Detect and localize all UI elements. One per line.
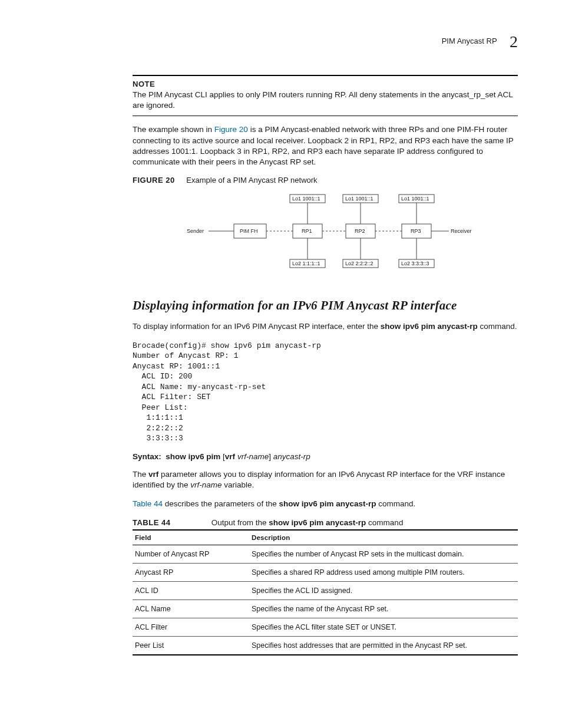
figure-caption: Example of a PIM Anycast RP network: [186, 176, 317, 185]
th-field: Field: [133, 530, 249, 545]
display-paragraph: To display information for an IPv6 PIM A…: [133, 321, 518, 332]
table-row: ACL IDSpecifies the ACL ID assigned.: [133, 581, 518, 599]
table-ref-paragraph: Table 44 describes the parameters of the…: [133, 499, 518, 509]
svg-text:Receiver: Receiver: [451, 228, 472, 234]
table-label: TABLE 44: [133, 518, 209, 527]
table-xref[interactable]: Table 44: [133, 499, 163, 508]
table-row: Number of Anycast RPSpecifies the number…: [133, 545, 518, 563]
note-label: NOTE: [133, 80, 518, 88]
th-description: Description: [249, 530, 518, 545]
syntax-line: Syntax: show ipv6 pim [vrf vrf-name] any…: [133, 452, 518, 461]
network-diagram: .lab { font: 9px Arial; fill:#222; } .la…: [178, 192, 472, 280]
vrf-paragraph: The vrf parameter allows you to display …: [133, 469, 518, 490]
svg-text:Lo1 1001::1: Lo1 1001::1: [401, 196, 429, 202]
note-body: The PIM Anycast CLI applies to only PIM …: [133, 90, 518, 111]
figure-xref[interactable]: Figure 20: [214, 125, 248, 134]
svg-text:Lo2 2:2:2::2: Lo2 2:2:2::2: [345, 261, 373, 266]
section-heading: Displaying information for an IPv6 PIM A…: [133, 298, 518, 313]
figure-label: FIGURE 20: [133, 176, 175, 185]
table-row: Anycast RPSpecifies a shared RP address …: [133, 563, 518, 581]
table-row: ACL FilterSpecifies the ACL filter state…: [133, 618, 518, 636]
running-header: PIM Anycast RP 2: [133, 32, 518, 51]
svg-text:RP3: RP3: [411, 228, 421, 234]
cli-output: Brocade(config)# show ipv6 pim anycast-r…: [133, 341, 518, 444]
table-caption-line: TABLE 44 Output from the show ipv6 pim a…: [133, 518, 518, 527]
svg-text:Lo1 1001::1: Lo1 1001::1: [292, 196, 320, 202]
svg-text:Lo1 1001::1: Lo1 1001::1: [345, 196, 373, 202]
note-rule-top: [133, 75, 518, 76]
svg-text:PIM FH: PIM FH: [240, 228, 258, 234]
command-name: show ipv6 pim anycast-rp: [381, 322, 478, 331]
figure-caption-line: FIGURE 20 Example of a PIM Anycast RP ne…: [133, 176, 518, 185]
svg-text:Lo2 1:1:1::1: Lo2 1:1:1::1: [292, 261, 320, 266]
svg-text:RP2: RP2: [355, 228, 365, 234]
svg-text:Sender: Sender: [187, 228, 204, 234]
chapter-number: 2: [510, 32, 518, 51]
output-table: Field Description Number of Anycast RPSp…: [133, 529, 518, 655]
table-row: ACL NameSpecifies the name of the Anycas…: [133, 599, 518, 618]
note-rule-bottom: [133, 116, 518, 116]
svg-text:RP1: RP1: [302, 228, 312, 234]
table-row: Peer ListSpecifies host addresses that a…: [133, 636, 518, 655]
intro-paragraph: The example shown in Figure 20 is a PIM …: [133, 124, 518, 167]
svg-text:Lo2 3:3:3::3: Lo2 3:3:3::3: [401, 261, 429, 266]
header-title: PIM Anycast RP: [442, 37, 497, 45]
